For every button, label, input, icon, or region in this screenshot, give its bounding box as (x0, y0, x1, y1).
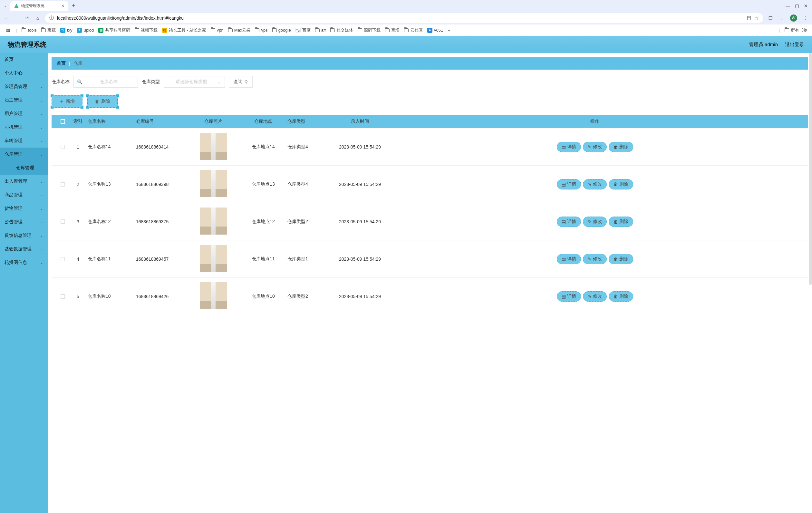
bookmark-item[interactable]: vpn (211, 28, 224, 32)
row-delete-button[interactable]: 🗑 删除 (609, 254, 633, 264)
search-name-input[interactable]: 🔍 仓库名称 (74, 76, 138, 88)
edit-button[interactable]: ✎ 修改 (583, 179, 607, 190)
bookmark-item[interactable]: Av651 (427, 28, 443, 33)
delete-button[interactable]: 🗑删除 (87, 95, 118, 108)
scrollbar[interactable] (809, 53, 812, 285)
bookmark-item[interactable]: 🐾百度 (295, 27, 311, 33)
window-maximize-button[interactable]: ▢ (793, 2, 801, 9)
browser-tab[interactable]: 物流管理系统 ✕ (10, 1, 68, 11)
sidebar-item[interactable]: 仓库管理⌄ (0, 148, 48, 161)
bookmark-item[interactable]: google (272, 28, 291, 32)
edit-icon: ✎ (588, 219, 591, 224)
th-type: 仓库类型 (287, 119, 332, 124)
select-all-checkbox[interactable] (61, 119, 65, 124)
bookmark-item[interactable]: Max云梯 (228, 27, 251, 33)
row-delete-button[interactable]: 🗑 删除 (609, 291, 633, 302)
row-checkbox[interactable] (61, 145, 65, 149)
edit-button[interactable]: ✎ 修改 (583, 142, 607, 152)
nav-reload-icon[interactable]: ⟳ (24, 15, 31, 22)
sidebar-item[interactable]: 首页 (0, 53, 48, 66)
sidebar-item[interactable]: 反馈信息管理⌄ (0, 229, 48, 242)
downloads-icon[interactable]: ⭳ (779, 15, 786, 22)
sidebar-item[interactable]: 管理员管理⌄ (0, 80, 48, 93)
add-button[interactable]: ＋新增 (52, 95, 83, 108)
bookmarks-overflow-icon[interactable]: » (447, 28, 450, 32)
edit-button[interactable]: ✎ 修改 (583, 254, 607, 264)
new-tab-button[interactable]: + (70, 3, 77, 9)
cell-op: ▤ 详情✎ 修改🗑 删除 (387, 254, 802, 264)
sidebar-item[interactable]: 商品管理⌄ (0, 188, 48, 202)
sidebar-item[interactable]: 司机管理⌄ (0, 120, 48, 134)
bookmark-item[interactable]: ↥uplod (77, 28, 94, 33)
bookmark-item[interactable]: tytxy (60, 28, 72, 33)
address-bar[interactable]: ⓘ localhost:8080/wuliuguanlixitong/admin… (45, 13, 764, 23)
sidebar-item[interactable]: 公告管理⌄ (0, 215, 48, 229)
edit-button[interactable]: ✎ 修改 (583, 291, 607, 302)
detail-button[interactable]: ▤ 详情 (557, 179, 581, 190)
row-checkbox[interactable] (61, 182, 65, 187)
detail-button[interactable]: ▤ 详情 (557, 254, 581, 264)
bookmark-item[interactable]: 宝藏 (41, 27, 56, 33)
apps-grid-icon[interactable]: ▦ (4, 27, 11, 34)
detail-button[interactable]: ▤ 详情 (557, 217, 581, 227)
bookmark-item[interactable]: aff (315, 28, 326, 32)
sidebar-item[interactable]: 用户管理⌄ (0, 107, 48, 120)
profile-avatar[interactable]: W (790, 15, 797, 22)
kebab-menu-icon[interactable]: ⋮ (802, 15, 809, 22)
folder-icon (330, 28, 335, 32)
main-content: 首页 | 仓库 仓库名称 🔍 仓库名称 仓库类型 请选择仓库类型 ⌄ 查询 ⚲ (48, 53, 812, 513)
bookmark-item[interactable]: 源码下载 (358, 27, 381, 33)
warehouse-photo[interactable] (200, 133, 227, 160)
window-close-button[interactable]: ✕ (802, 2, 809, 9)
bookmark-item[interactable]: 站站长工具 - 站长之家 (162, 27, 206, 33)
edit-button[interactable]: ✎ 修改 (583, 217, 607, 227)
nav-back-icon[interactable]: ← (3, 15, 10, 22)
password-key-icon[interactable]: ⚿ (747, 16, 751, 21)
row-delete-button[interactable]: 🗑 删除 (609, 142, 633, 152)
extensions-icon[interactable]: ❐ (767, 15, 774, 22)
bookmark-item[interactable]: 社交媒体 (330, 27, 353, 33)
bookmark-item[interactable]: 视频下载 (135, 27, 157, 33)
cell-code: 1683618869426 (136, 294, 187, 299)
bookmark-item[interactable]: tools (22, 28, 36, 32)
detail-button[interactable]: ▤ 详情 (557, 291, 581, 302)
star-bookmark-icon[interactable]: ☆ (755, 16, 759, 21)
sidebar-item[interactable]: 基础数据管理⌄ (0, 242, 48, 256)
row-delete-button[interactable]: 🗑 删除 (609, 179, 633, 190)
search-type-select[interactable]: 请选择仓库类型 ⌄ (164, 76, 225, 88)
sidebar-item[interactable]: 轮播图信息⌄ (0, 256, 48, 269)
table-row: 3仓库名称121683618869375仓库地点12仓库类型22023-05-0… (52, 203, 808, 240)
detail-button[interactable]: ▤ 详情 (557, 142, 581, 152)
row-checkbox[interactable] (61, 257, 65, 261)
nav-home-icon[interactable]: ⌂ (34, 15, 41, 22)
warehouse-photo[interactable] (200, 207, 227, 235)
folder-icon (135, 28, 139, 32)
sidebar-item[interactable]: 货物管理⌄ (0, 202, 48, 215)
logout-button[interactable]: 退出登录 (785, 41, 804, 48)
all-bookmarks-button[interactable]: 所有书签 (785, 27, 808, 33)
th-op: 操作 (387, 119, 802, 124)
breadcrumb-home[interactable]: 首页 (57, 61, 66, 66)
warehouse-photo[interactable] (200, 282, 227, 309)
current-user-label[interactable]: 管理员 admin (749, 41, 778, 48)
query-button[interactable]: 查询 ⚲ (229, 76, 253, 88)
tab-close-icon[interactable]: ✕ (61, 4, 64, 8)
tabs-dropdown-icon[interactable]: ⌄ (3, 3, 8, 9)
row-checkbox[interactable] (61, 220, 65, 224)
sidebar-item[interactable]: 员工管理⌄ (0, 93, 48, 107)
sidebar-item[interactable]: 出入库管理⌄ (0, 175, 48, 188)
sidebar-item[interactable]: 个人中心⌄ (0, 66, 48, 80)
sidebar-item[interactable]: 车辆管理⌄ (0, 134, 48, 148)
row-delete-button[interactable]: 🗑 删除 (609, 217, 633, 227)
sidebar-subitem[interactable]: 仓库管理 (0, 161, 48, 175)
nav-forward-icon[interactable]: → (13, 15, 21, 22)
bookmark-item[interactable]: vps (255, 28, 267, 32)
bookmark-item[interactable]: ▦共享账号密码 (98, 27, 130, 33)
row-checkbox[interactable] (61, 294, 65, 299)
bookmark-item[interactable]: 宝塔 (385, 27, 400, 33)
sidebar-item-label: 轮播图信息 (4, 260, 27, 265)
warehouse-photo[interactable] (200, 245, 227, 272)
window-minimize-button[interactable]: — (784, 2, 791, 9)
warehouse-photo[interactable] (200, 170, 227, 197)
bookmark-item[interactable]: 云社区 (404, 27, 423, 33)
